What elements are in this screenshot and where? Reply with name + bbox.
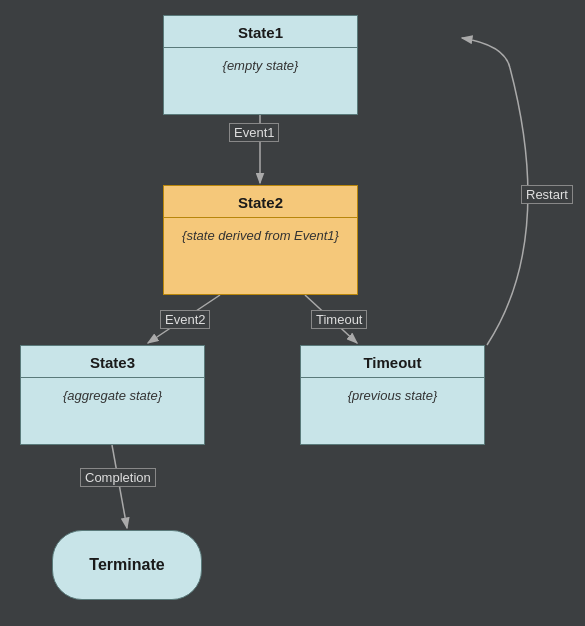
- completion-label: Completion: [80, 468, 156, 487]
- timeout-transition-label: Timeout: [311, 310, 367, 329]
- event1-label: Event1: [229, 123, 279, 142]
- state1-title: State1: [164, 16, 357, 48]
- diagram-container: State1 {empty state} Event1 State2 {stat…: [0, 0, 585, 626]
- state1-box: State1 {empty state}: [163, 15, 358, 115]
- terminate-box: Terminate: [52, 530, 202, 600]
- restart-label: Restart: [521, 185, 573, 204]
- state2-body: {state derived from Event1}: [164, 218, 357, 253]
- state3-title: State3: [21, 346, 204, 378]
- event2-label: Event2: [160, 310, 210, 329]
- state3-box: State3 {aggregate state}: [20, 345, 205, 445]
- terminate-label: Terminate: [89, 556, 164, 574]
- state2-box: State2 {state derived from Event1}: [163, 185, 358, 295]
- state2-title: State2: [164, 186, 357, 218]
- timeout-state-title: Timeout: [301, 346, 484, 378]
- state1-body: {empty state}: [164, 48, 357, 83]
- state3-body: {aggregate state}: [21, 378, 204, 413]
- timeout-state-box: Timeout {previous state}: [300, 345, 485, 445]
- timeout-state-body: {previous state}: [301, 378, 484, 413]
